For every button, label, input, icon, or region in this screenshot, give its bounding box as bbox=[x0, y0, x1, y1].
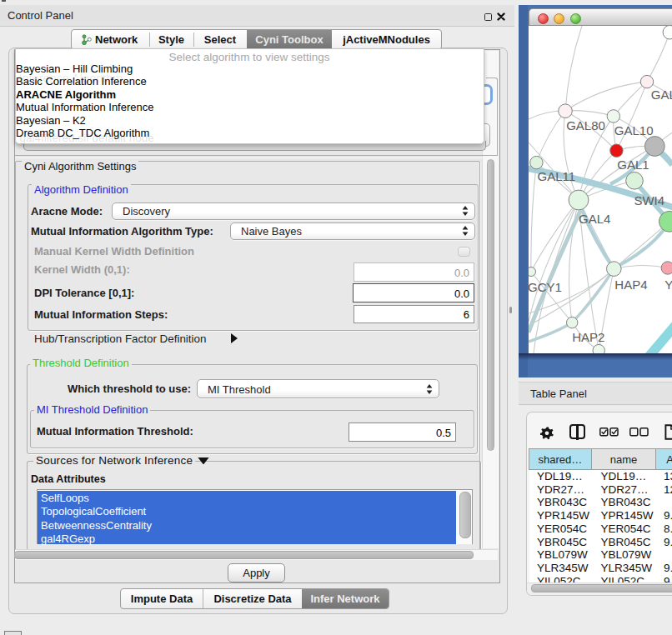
svg-text:GAL10: GAL10 bbox=[614, 123, 653, 138]
svg-text:HAP2: HAP2 bbox=[572, 330, 604, 344]
svg-text:HAP4: HAP4 bbox=[614, 278, 647, 292]
svg-text:GAL80: GAL80 bbox=[566, 118, 605, 132]
svg-text:GAL7: GAL7 bbox=[650, 88, 672, 102]
svg-text:GAL11: GAL11 bbox=[537, 169, 575, 183]
svg-text:YJL157C: YJL157C bbox=[664, 278, 672, 292]
svg-text:GAL4: GAL4 bbox=[579, 212, 610, 226]
svg-text:GAL1: GAL1 bbox=[617, 158, 649, 172]
svg-text:GCY1: GCY1 bbox=[529, 280, 562, 294]
svg-text:SWI4: SWI4 bbox=[634, 193, 664, 208]
